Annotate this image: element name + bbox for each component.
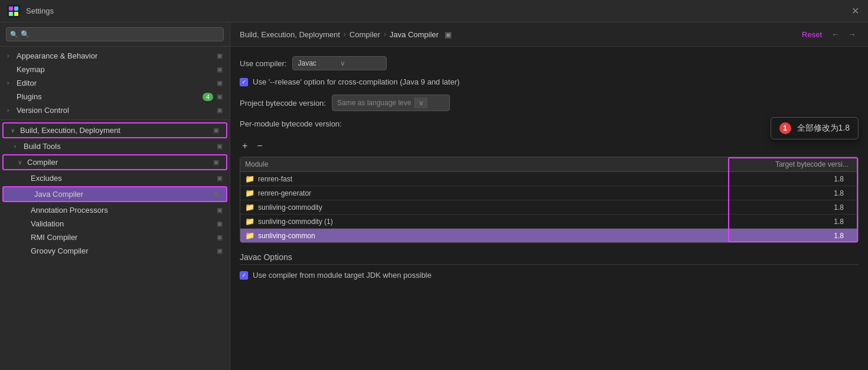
add-module-button[interactable]: +	[240, 140, 250, 152]
row-version: 1.8	[723, 232, 853, 240]
breadcrumb-sep-1: ›	[344, 30, 346, 38]
tooltip-text: 全部修改为1.8	[797, 123, 850, 134]
use-compiler-row: Use compiler: Javac ∨	[240, 56, 859, 70]
module-name: renren-generator	[258, 189, 311, 197]
app-title: Settings	[26, 7, 54, 15]
sidebar-item-version-control[interactable]: › Version Control ▣	[0, 103, 230, 117]
sidebar-nav: › Appearance & Behavior ▣ Keymap ▣ › Edi…	[0, 47, 230, 370]
row-version: 1.8	[723, 203, 853, 212]
content-panel: Build, Execution, Deployment › Compiler …	[230, 22, 868, 370]
per-module-label: Per-module bytecode version:	[240, 119, 342, 128]
folder-icon: 📁	[245, 174, 254, 183]
breadcrumb: Build, Execution, Deployment › Compiler …	[240, 30, 802, 39]
sidebar: 🔍 › Appearance & Behavior ▣ Keymap ▣ › E…	[0, 22, 230, 370]
module-name: renren-fast	[258, 175, 292, 183]
content-header: Build, Execution, Deployment › Compiler …	[230, 22, 868, 47]
sidebar-item-label: Appearance & Behavior	[17, 51, 213, 60]
breadcrumb-compiler: Compiler	[350, 30, 380, 39]
tooltip-bubble: 1 全部修改为1.8	[771, 117, 859, 139]
sidebar-item-label: Plugins	[17, 92, 199, 101]
row-version: 1.8	[723, 189, 853, 197]
remove-module-button[interactable]: −	[254, 140, 265, 152]
row-module: 📁 sunliving-common	[245, 231, 723, 240]
sidebar-item-label: Keymap	[17, 65, 213, 74]
reset-button[interactable]: Reset	[802, 30, 822, 39]
table-row[interactable]: 📁 renren-fast 1.8	[240, 172, 858, 186]
sidebar-item-appearance[interactable]: › Appearance & Behavior ▣	[0, 49, 230, 63]
table-row[interactable]: 📁 sunliving-commodity 1.8	[240, 200, 858, 215]
search-icon: 🔍	[10, 31, 18, 38]
sidebar-item-validation[interactable]: Validation ▣	[0, 217, 230, 231]
folder-icon: 📁	[245, 203, 254, 212]
sidebar-item-build-exec-deploy[interactable]: ∨ Build, Execution, Deployment ▣	[2, 122, 227, 138]
window-icon: ▣	[217, 233, 223, 241]
back-button[interactable]: ←	[829, 28, 842, 40]
sidebar-item-groovy-compiler[interactable]: Groovy Compiler ▣	[0, 244, 230, 258]
sidebar-item-label: Version Control	[17, 106, 213, 115]
sidebar-item-plugins[interactable]: Plugins 4 ▣	[0, 90, 230, 103]
sidebar-item-label: Compiler	[27, 158, 210, 167]
toolbar-row: + −	[240, 140, 859, 152]
table-row-selected[interactable]: 📁 sunliving-common 1.8	[240, 229, 858, 242]
window-icon: ▣	[217, 247, 223, 255]
row-version: 1.8	[723, 175, 853, 183]
sidebar-item-keymap[interactable]: Keymap ▣	[0, 63, 230, 76]
window-icon: ▣	[217, 174, 223, 182]
table-row[interactable]: 📁 renren-generator 1.8	[240, 186, 858, 200]
module-target-label: Use compiler from module target JDK when…	[253, 271, 432, 280]
col-version-header: Target bytecode versi...	[723, 160, 853, 168]
window-icon: ▣	[217, 66, 223, 73]
sidebar-item-compiler[interactable]: ∨ Compiler ▣	[2, 154, 227, 170]
row-module: 📁 sunliving-commodity	[245, 203, 723, 212]
app-logo	[7, 5, 20, 18]
sidebar-item-label: Build, Execution, Deployment	[20, 126, 210, 135]
sidebar-item-editor[interactable]: › Editor ▣	[0, 76, 230, 90]
close-button[interactable]: ✕	[849, 5, 861, 17]
sidebar-item-rmi-compiler[interactable]: RMI Compiler ▣	[0, 231, 230, 244]
row-module: 📁 sunliving-commodity (1)	[245, 217, 723, 226]
module-name: sunliving-commodity (1)	[258, 218, 333, 226]
bytecode-version-row: Project bytecode version: Same as langua…	[240, 95, 859, 111]
sidebar-item-excludes[interactable]: Excludes ▣	[0, 171, 230, 185]
window-icon: ▣	[217, 206, 223, 214]
table-row[interactable]: 📁 sunliving-commodity (1) 1.8	[240, 215, 858, 229]
sidebar-item-label: Editor	[17, 79, 213, 87]
window-icon: ▣	[217, 142, 223, 150]
sidebar-item-java-compiler[interactable]: Java Compiler ▣	[2, 186, 227, 202]
release-checkbox[interactable]: ✓	[240, 78, 248, 86]
content-body: Use compiler: Javac ∨ ✓ Use '--release' …	[230, 47, 868, 370]
window-icon: ▣	[217, 106, 223, 114]
nav-arrows: ← →	[829, 28, 859, 40]
module-table: Module Target bytecode versi... 📁 renren…	[240, 157, 859, 243]
table-body: 📁 renren-fast 1.8 📁 renren-generator 1.8	[240, 172, 858, 242]
checkmark-icon: ✓	[242, 79, 246, 85]
release-option-row: ✓ Use '--release' option for cross-compi…	[240, 77, 859, 86]
window-icon: ▣	[213, 126, 219, 134]
row-version: 1.8	[723, 218, 853, 226]
compiler-dropdown[interactable]: Javac ∨	[292, 56, 387, 70]
search-input[interactable]	[6, 27, 224, 41]
breadcrumb-build-exec: Build, Execution, Deployment	[240, 30, 340, 39]
bytecode-version-dropdown[interactable]: Same as language leve ∨	[332, 95, 450, 111]
sidebar-item-build-tools[interactable]: › Build Tools ▣	[0, 139, 230, 153]
sidebar-item-annotation-processors[interactable]: Annotation Processors ▣	[0, 203, 230, 217]
bytecode-dropdown-arrow[interactable]: ∨	[415, 98, 428, 108]
bytecode-version-label: Project bytecode version:	[240, 99, 326, 108]
window-icon: ▣	[217, 93, 223, 100]
breadcrumb-sep-2: ›	[384, 30, 386, 38]
search-container: 🔍	[0, 22, 230, 47]
folder-icon: 📁	[245, 217, 254, 226]
module-name: sunliving-commodity	[258, 203, 322, 212]
svg-rect-4	[14, 12, 18, 16]
dropdown-arrow-icon: ∨	[340, 59, 345, 67]
plugins-badge: 4	[203, 93, 213, 101]
col-module-header: Module	[245, 160, 723, 168]
breadcrumb-java-compiler: Java Compiler	[390, 30, 439, 39]
forward-button[interactable]: →	[846, 28, 859, 40]
per-module-row: Per-module bytecode version: 1 全部修改为1.8	[240, 119, 859, 133]
module-target-checkbox[interactable]: ✓	[240, 271, 248, 280]
breadcrumb-window-icon: ▣	[445, 30, 452, 39]
bytecode-version-value: Same as language leve	[337, 99, 411, 107]
folder-icon: 📁	[245, 189, 254, 197]
arrow-icon: ∨	[18, 159, 24, 165]
